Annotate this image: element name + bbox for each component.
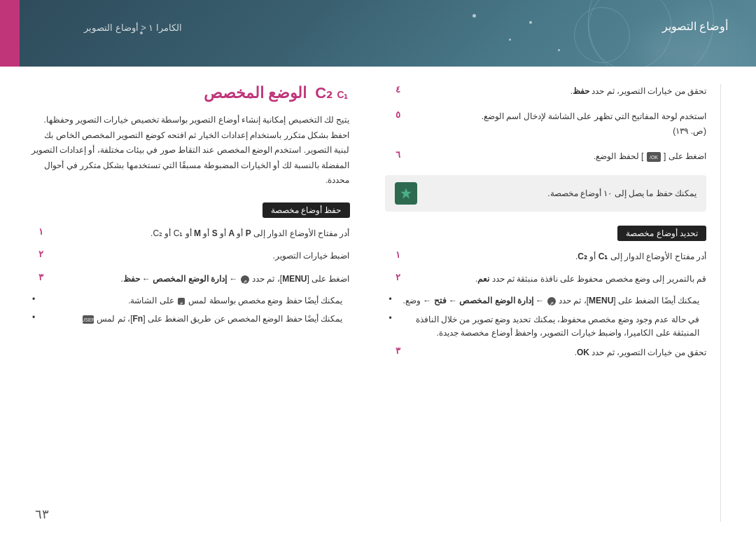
step-5-num: ٥ xyxy=(389,109,400,120)
dot-1 xyxy=(529,21,532,24)
save-badge: حفظ أوضاع مخصصة xyxy=(262,202,350,218)
deco-circle-3 xyxy=(574,7,630,63)
divider-space xyxy=(385,212,707,226)
step-4: ٤ تحقق من خيارات التصوير، ثم حدد حفظ. xyxy=(385,84,707,98)
step-5-text: استخدم لوحة المفاتيح التي تظهر على الشاش… xyxy=(400,109,707,138)
intro-text: يتيح لك التخصيص إمكانية إنشاء أوضاع التص… xyxy=(28,113,350,188)
bullet-2-dot: • xyxy=(32,312,35,322)
svg-text:USER: USER xyxy=(82,317,94,322)
step-1-num: ١ xyxy=(32,226,43,237)
step-3-num: ٣ xyxy=(32,272,43,282)
left-bullet-2-text: في حالة عدم وجود وضع مخصص محفوظ، يمكنك ت… xyxy=(392,313,699,340)
title-c1: C₁ xyxy=(337,89,348,100)
svg-text:OK/: OK/ xyxy=(650,155,658,160)
svg-text:م: م xyxy=(243,277,246,283)
pink-accent-bar xyxy=(0,0,20,67)
main-content: C₂ C₁ الوضع المخصص يتيح لك التخصيص إمكان… xyxy=(0,67,756,536)
bullet-1-dot: • xyxy=(32,294,35,304)
header-title: أوضاع التصوير xyxy=(662,20,728,33)
left-bullet-1: • يمكنك أيضًا الضغط على [MENU]، ثم حدد م… xyxy=(385,294,707,308)
step-3-text: اضغط على [MENU]، ثم حدد م ← إدارة الوضع … xyxy=(43,272,350,286)
left-bullet-2-dot: • xyxy=(389,313,392,323)
header-bar xyxy=(0,0,756,67)
left-step-3-num: ٣ xyxy=(389,345,400,356)
dot-3 xyxy=(472,14,476,18)
left-step-2-text: قم بالتمرير إلى وضع مخصص محفوظ على نافذة… xyxy=(400,272,707,286)
breadcrumb: الكامرا ١ < أوضاع التصوير xyxy=(84,22,182,33)
left-step-2: ٢ قم بالتمرير إلى وضع مخصص محفوظ على ناف… xyxy=(385,272,707,286)
bullet-1-text: يمكنك أيضًا حفظ وضع مخصص بواسطة لمس م عل… xyxy=(35,294,342,308)
step-6-text: اضغط على [ OK/ ] لحفظ الوضع. xyxy=(400,149,707,163)
left-step-3: ٣ تحقق من خيارات التصوير، ثم حدد OK. xyxy=(385,345,707,359)
note-box: يمكنك حفظ ما يصل إلى ١٠ أوضاع مخصصة. xyxy=(385,175,707,212)
right-column: C₂ C₁ الوضع المخصص يتيح لك التخصيص إمكان… xyxy=(28,84,357,522)
left-step-1: ١ أدر مفتاح الأوضاع الدوار إلى C₁ أو C₂. xyxy=(385,249,707,263)
step-5: ٥ استخدم لوحة المفاتيح التي تظهر على الش… xyxy=(385,109,707,138)
step-1: ١ أدر مفتاح الأوضاع الدوار إلى P أو A أو… xyxy=(28,226,350,240)
note-icon xyxy=(395,182,417,205)
dot-4 xyxy=(558,49,560,51)
dot-2 xyxy=(509,39,511,41)
left-step-2-num: ٢ xyxy=(389,272,400,282)
breadcrumb-text: الكامرا ١ xyxy=(148,22,182,33)
step-1-text: أدر مفتاح الأوضاع الدوار إلى P أو A أو S… xyxy=(43,226,350,240)
title-text: الوضع المخصص xyxy=(204,84,307,102)
step-6-num: ٦ xyxy=(389,149,400,160)
step-2-text: اضبط خيارات التصوير. xyxy=(43,249,350,263)
note-text: يمكنك حفظ ما يصل إلى ١٠ أوضاع مخصصة. xyxy=(424,188,697,198)
header-title-text: أوضاع التصوير xyxy=(662,20,728,32)
breadcrumb-sep: < xyxy=(139,22,146,33)
breadcrumb-page: أوضاع التصوير xyxy=(84,22,139,33)
page-number: ٦٣ xyxy=(35,507,49,522)
left-step-1-text: أدر مفتاح الأوضاع الدوار إلى C₁ أو C₂. xyxy=(400,249,707,263)
bullet-1: • يمكنك أيضًا حفظ وضع مخصص بواسطة لمس م … xyxy=(28,294,350,308)
step-3: ٣ اضغط على [MENU]، ثم حدد م ← إدارة الوض… xyxy=(28,272,350,286)
bullet-2: • يمكنك أيضًا حفظ الوضع المخصص عن طريق ا… xyxy=(28,312,350,326)
left-bullet-1-text: يمكنك أيضًا الضغط على [MENU]، ثم حدد م ←… xyxy=(392,294,699,308)
step-4-num: ٤ xyxy=(389,84,400,95)
step-6: ٦ اضغط على [ OK/ ] لحفظ الوضع. xyxy=(385,149,707,163)
step-2-num: ٢ xyxy=(32,249,43,259)
left-bullet-2: • في حالة عدم وجود وضع مخصص محفوظ، يمكنك… xyxy=(385,313,707,340)
left-step-1-num: ١ xyxy=(389,249,400,260)
title-c2: C₂ xyxy=(315,84,332,102)
left-step-3-text: تحقق من خيارات التصوير، ثم حدد OK. xyxy=(400,345,707,359)
step-4-text: تحقق من خيارات التصوير، ثم حدد حفظ. xyxy=(400,84,707,98)
left-column: ٤ تحقق من خيارات التصوير، ثم حدد حفظ. ٥ … xyxy=(378,84,722,522)
svg-text:م: م xyxy=(550,299,553,305)
left-bullet-1-dot: • xyxy=(389,294,392,304)
page-title: C₂ C₁ الوضع المخصص xyxy=(28,84,350,102)
update-badge: تحديد أوضاع مخصصة xyxy=(617,226,706,241)
svg-text:م: م xyxy=(180,299,183,305)
bullet-2-text: يمكنك أيضًا حفظ الوضع المخصص عن طريق الض… xyxy=(35,312,342,326)
step-2: ٢ اضبط خيارات التصوير. xyxy=(28,249,350,263)
